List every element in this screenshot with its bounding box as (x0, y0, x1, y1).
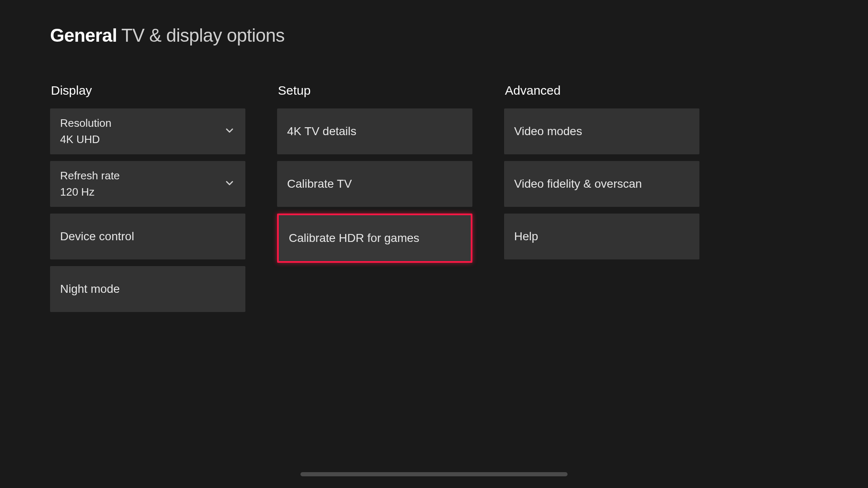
setup-column: Setup 4K TV details Calibrate TV Calibra… (277, 83, 472, 319)
chevron-down-icon (224, 125, 235, 138)
advanced-column: Advanced Video modes Video fidelity & ov… (504, 83, 699, 319)
setup-column-title: Setup (277, 83, 472, 98)
advanced-column-title: Advanced (504, 83, 699, 98)
display-column-title: Display (50, 83, 245, 98)
title-page: TV & display options (121, 25, 285, 45)
page-title: General TV & display options (50, 25, 818, 46)
refresh-rate-dropdown[interactable]: Refresh rate 120 Hz (50, 161, 245, 207)
refresh-rate-label: Refresh rate (60, 169, 120, 182)
4k-tv-details-button[interactable]: 4K TV details (277, 108, 472, 154)
title-category: General (50, 25, 117, 45)
calibrate-hdr-label: Calibrate HDR for games (289, 231, 419, 245)
help-label: Help (514, 230, 538, 243)
calibrate-tv-button[interactable]: Calibrate TV (277, 161, 472, 207)
video-fidelity-label: Video fidelity & overscan (514, 177, 642, 191)
video-modes-button[interactable]: Video modes (504, 108, 699, 154)
columns-row: Display Resolution 4K UHD Refresh rate 1… (50, 83, 818, 319)
display-column: Display Resolution 4K UHD Refresh rate 1… (50, 83, 245, 319)
device-control-label: Device control (60, 230, 134, 243)
refresh-rate-value: 120 Hz (60, 186, 94, 199)
calibrate-tv-label: Calibrate TV (287, 177, 352, 191)
chevron-down-icon (224, 177, 235, 191)
resolution-value: 4K UHD (60, 133, 100, 146)
resolution-label: Resolution (60, 117, 111, 130)
settings-container: General TV & display options Display Res… (0, 0, 868, 344)
help-button[interactable]: Help (504, 214, 699, 259)
video-fidelity-button[interactable]: Video fidelity & overscan (504, 161, 699, 207)
device-control-button[interactable]: Device control (50, 214, 245, 259)
4k-tv-details-label: 4K TV details (287, 125, 356, 138)
calibrate-hdr-button[interactable]: Calibrate HDR for games (277, 214, 472, 263)
night-mode-button[interactable]: Night mode (50, 266, 245, 312)
video-modes-label: Video modes (514, 125, 582, 138)
resolution-dropdown[interactable]: Resolution 4K UHD (50, 108, 245, 154)
bottom-indicator-bar (300, 472, 568, 476)
night-mode-label: Night mode (60, 282, 120, 296)
